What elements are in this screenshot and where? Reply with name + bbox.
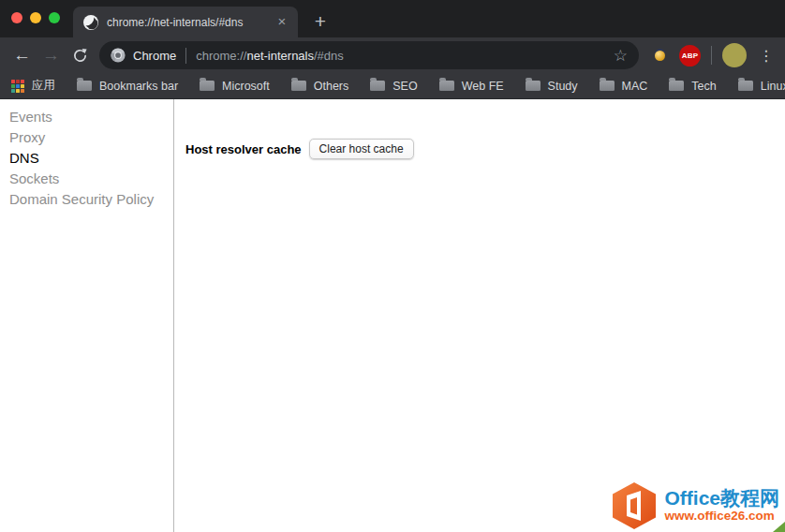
sidebar-item-dns[interactable]: DNS [9, 148, 173, 169]
folder-icon [669, 81, 684, 91]
watermark-text: Office教程网 www.office26.com [664, 488, 779, 523]
office-logo-icon [609, 481, 659, 530]
browser-window: chrome://net-internals/#dns × + ← → Chro… [0, 0, 785, 532]
apps-label: 应用 [32, 78, 55, 94]
bookmark-label: Linux [761, 80, 785, 93]
new-tab-button[interactable]: + [307, 10, 333, 35]
folder-icon [200, 81, 215, 91]
bookmark-label: Tech [691, 80, 716, 93]
bookmark-label: MAC [622, 80, 648, 93]
net-internals-sidebar: Events Proxy DNS Sockets Domain Security… [0, 99, 174, 532]
address-bar[interactable]: Chrome chrome://net-internals/#dns ☆ [99, 41, 639, 69]
bookmark-folder[interactable]: Study [526, 80, 578, 93]
bookmark-folder[interactable]: Microsoft [200, 80, 270, 93]
bookmark-folder[interactable]: Linux [738, 80, 785, 93]
forward-button[interactable]: → [37, 41, 66, 69]
close-window-button[interactable] [11, 12, 22, 23]
bookmarks-bar: 应用 Bookmarks bar Microsoft Others SEO We… [0, 73, 785, 99]
active-tab[interactable]: chrome://net-internals/#dns × [73, 7, 298, 37]
apps-shortcut[interactable]: 应用 [11, 78, 55, 94]
extension-dot-icon[interactable] [655, 51, 665, 61]
watermark-url: www.office26.com [664, 510, 774, 523]
url-text[interactable]: chrome://net-internals/#dns [196, 49, 344, 63]
reload-button[interactable] [66, 41, 95, 69]
page-content: Events Proxy DNS Sockets Domain Security… [0, 99, 785, 532]
bookmark-folder[interactable]: Web FE [439, 80, 504, 93]
sidebar-item-domain-security-policy[interactable]: Domain Security Policy [9, 189, 173, 210]
chrome-logo-icon [111, 48, 126, 63]
close-tab-icon[interactable]: × [274, 14, 290, 31]
watermark: Office教程网 www.office26.com [609, 481, 779, 530]
bookmark-folder[interactable]: MAC [600, 80, 648, 93]
clear-host-cache-button[interactable]: Clear host cache [309, 139, 414, 159]
sidebar-item-proxy[interactable]: Proxy [9, 127, 173, 148]
apps-grid-icon [11, 80, 24, 93]
bookmark-folder[interactable]: Tech [669, 80, 716, 93]
folder-icon [77, 81, 92, 91]
zoom-window-button[interactable] [49, 12, 60, 23]
bookmark-label: Bookmarks bar [99, 80, 178, 93]
adblock-plus-icon[interactable]: ABP [679, 45, 701, 66]
tab-strip: chrome://net-internals/#dns × + [0, 0, 785, 37]
bookmark-label: SEO [392, 80, 417, 93]
toolbar-separator [711, 46, 712, 65]
bookmark-label: Web FE [462, 80, 504, 93]
sidebar-item-events[interactable]: Events [9, 107, 173, 127]
host-resolver-cache-heading: Host resolver cache [185, 142, 302, 156]
url-host: net-internals [246, 49, 314, 63]
window-controls [11, 12, 60, 23]
tab-title: chrome://net-internals/#dns [107, 16, 274, 29]
watermark-title: Office教程网 [664, 488, 779, 509]
folder-icon [370, 81, 385, 91]
bookmark-label: Others [314, 80, 349, 93]
omnibox-separator [185, 48, 186, 64]
minimize-window-button[interactable] [30, 12, 41, 23]
url-scheme: chrome:// [196, 49, 246, 63]
bookmark-folder[interactable]: Others [291, 80, 349, 93]
url-fragment: /#dns [314, 49, 344, 63]
folder-icon [291, 81, 306, 91]
reload-icon [72, 48, 88, 64]
toolbar: ← → Chrome chrome://net-internals/#dns ☆… [0, 37, 785, 73]
browser-menu-icon[interactable]: ⋮ [755, 47, 778, 65]
bookmark-folder[interactable]: Bookmarks bar [77, 80, 178, 93]
back-button[interactable]: ← [7, 41, 37, 69]
bookmark-label: Study [548, 80, 578, 93]
folder-icon [526, 81, 541, 91]
profile-avatar[interactable] [722, 43, 747, 67]
engine-label: Chrome [133, 49, 176, 63]
folder-icon [600, 81, 615, 91]
bookmark-star-icon[interactable]: ☆ [614, 46, 628, 66]
corner-leaf-decoration [773, 522, 785, 532]
folder-icon [439, 81, 454, 91]
dns-panel: Host resolver cache Clear host cache [174, 99, 785, 532]
sidebar-item-sockets[interactable]: Sockets [9, 169, 173, 189]
bookmark-folder[interactable]: SEO [370, 80, 417, 93]
extension-area: ABP ⋮ [649, 43, 778, 67]
bookmark-label: Microsoft [222, 80, 270, 93]
folder-icon [738, 81, 753, 91]
globe-favicon-icon [83, 15, 98, 30]
